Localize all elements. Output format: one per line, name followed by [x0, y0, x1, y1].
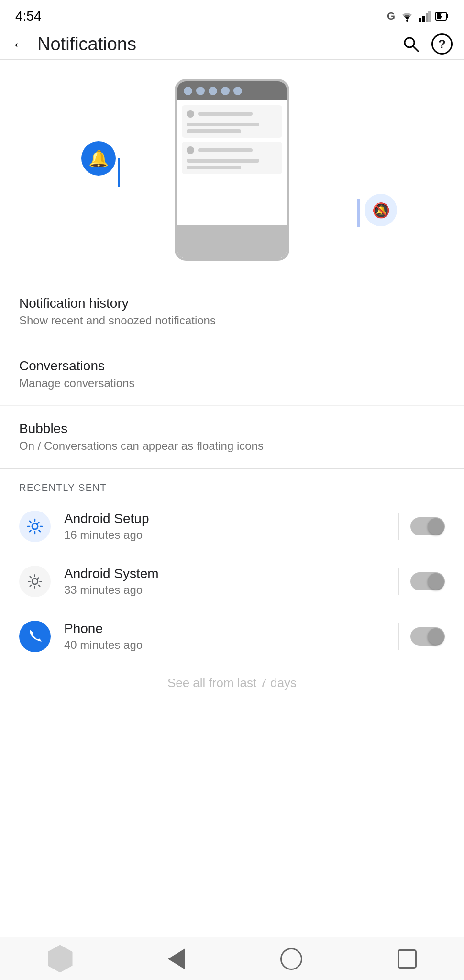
recents-button[interactable] — [48, 945, 73, 973]
android-system-icon — [19, 566, 51, 597]
back-icon — [168, 948, 185, 969]
phone-toggle[interactable] — [410, 627, 445, 646]
row-divider — [398, 513, 399, 540]
see-all-bar[interactable]: See all from last 7 days — [0, 664, 464, 738]
search-button[interactable] — [402, 35, 420, 53]
phone-circle — [187, 146, 194, 154]
google-icon: G — [387, 10, 395, 22]
help-icon: ? — [438, 37, 446, 52]
svg-rect-6 — [446, 14, 448, 18]
status-bar: 4:54 G — [0, 0, 464, 29]
phone-line — [198, 112, 253, 116]
blue-line-right — [357, 199, 360, 227]
settings-list: Notification history Show recent and sno… — [0, 280, 464, 468]
recents-icon — [48, 945, 73, 973]
toggle-knob — [428, 628, 444, 645]
conversations-title: Conversations — [19, 358, 445, 374]
svg-rect-4 — [428, 11, 431, 22]
phone-line — [187, 166, 241, 169]
android-setup-info: Android Setup 16 minutes ago — [64, 511, 387, 542]
notification-history-item[interactable]: Notification history Show recent and sno… — [0, 280, 464, 343]
bottom-nav — [0, 937, 464, 980]
phone-top-bar — [177, 81, 287, 100]
conversations-subtitle: Manage conversations — [19, 377, 445, 390]
phone-info: Phone 40 minutes ago — [64, 621, 387, 652]
recently-sent-label: RECENTLY SENT — [0, 469, 464, 499]
android-setup-name: Android Setup — [64, 511, 387, 526]
bubbles-title: Bubbles — [19, 421, 445, 436]
bubbles-item[interactable]: Bubbles On / Conversations can appear as… — [0, 406, 464, 468]
phone-line — [187, 122, 259, 126]
help-button[interactable]: ? — [431, 33, 453, 55]
phone-bottom — [177, 225, 287, 258]
back-button-nav[interactable] — [168, 948, 185, 969]
toggle-knob — [428, 573, 444, 590]
toggle-knob — [428, 518, 444, 535]
home-button[interactable] — [280, 948, 302, 970]
app-bar-actions: ? — [402, 33, 453, 55]
phone-circle — [187, 110, 194, 118]
row-divider — [398, 623, 399, 650]
phone-mockup — [175, 79, 289, 261]
notification-history-title: Notification history — [19, 296, 445, 311]
phone-name: Phone — [64, 621, 387, 636]
svg-rect-1 — [419, 18, 421, 22]
overview-button[interactable] — [398, 949, 417, 969]
status-time: 4:54 — [15, 9, 42, 24]
signal-icon — [419, 11, 431, 22]
android-system-time: 33 minutes ago — [64, 583, 387, 597]
svg-point-0 — [406, 20, 408, 22]
notification-history-subtitle: Show recent and snoozed notifications — [19, 314, 445, 327]
phone-card-1 — [182, 105, 282, 138]
phone-dot — [184, 87, 192, 95]
phone-line — [187, 129, 241, 133]
bell-active-icon: 🔔 — [81, 141, 116, 176]
phone-line — [198, 148, 253, 152]
android-system-info: Android System 33 minutes ago — [64, 566, 387, 597]
bell-muted-icon: 🔕 — [365, 194, 397, 226]
svg-point-10 — [32, 523, 38, 529]
see-all-text: See all from last 7 days — [167, 676, 297, 690]
svg-rect-3 — [426, 13, 428, 22]
system-gear-icon — [26, 572, 44, 590]
svg-rect-2 — [422, 16, 425, 22]
android-setup-time: 16 minutes ago — [64, 528, 387, 542]
battery-icon — [435, 11, 449, 22]
phone-dot — [221, 87, 230, 95]
app-bar: ← Notifications ? — [0, 29, 464, 60]
phone-call-icon — [27, 628, 43, 645]
phone-time: 40 minutes ago — [64, 638, 387, 652]
home-icon — [280, 948, 302, 970]
back-button[interactable]: ← — [11, 36, 28, 52]
phone-dot — [209, 87, 217, 95]
illustration-section: 🔔 — [0, 60, 464, 280]
svg-line-9 — [413, 46, 418, 51]
overview-icon — [398, 949, 417, 969]
phone-icon — [19, 621, 51, 652]
android-setup-toggle[interactable] — [410, 517, 445, 535]
blue-line-left — [118, 158, 120, 187]
android-system-name: Android System — [64, 566, 387, 581]
phone-dot — [196, 87, 205, 95]
wifi-icon — [400, 11, 414, 22]
android-system-toggle[interactable] — [410, 572, 445, 590]
android-system-row[interactable]: Android System 33 minutes ago — [0, 554, 464, 609]
conversations-item[interactable]: Conversations Manage conversations — [0, 343, 464, 406]
android-setup-row[interactable]: Android Setup 16 minutes ago — [0, 499, 464, 554]
row-divider — [398, 568, 399, 595]
status-icons: G — [387, 10, 449, 22]
page-title: Notifications — [37, 34, 402, 55]
gear-icon — [26, 517, 44, 535]
android-setup-icon — [19, 511, 51, 542]
phone-card-2 — [182, 142, 282, 174]
phone-content — [177, 100, 287, 225]
phone-line — [187, 159, 259, 163]
phone-dot — [233, 87, 242, 95]
bubbles-subtitle: On / Conversations can appear as floatin… — [19, 439, 445, 453]
phone-row[interactable]: Phone 40 minutes ago — [0, 609, 464, 664]
